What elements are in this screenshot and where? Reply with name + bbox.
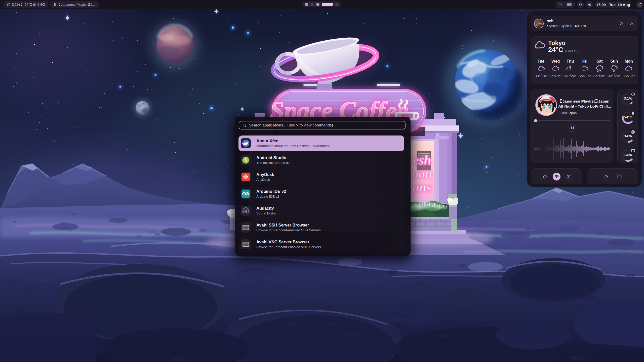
svg-text:14%: 14% <box>624 134 632 138</box>
svg-text:C: C <box>561 4 562 7</box>
svg-text:TOKYO L: TOKYO L <box>538 112 556 116</box>
svg-text:54°C: 54°C <box>624 115 632 119</box>
svg-text:3.1%: 3.1% <box>624 96 632 100</box>
svg-text:24%: 24% <box>624 153 632 157</box>
